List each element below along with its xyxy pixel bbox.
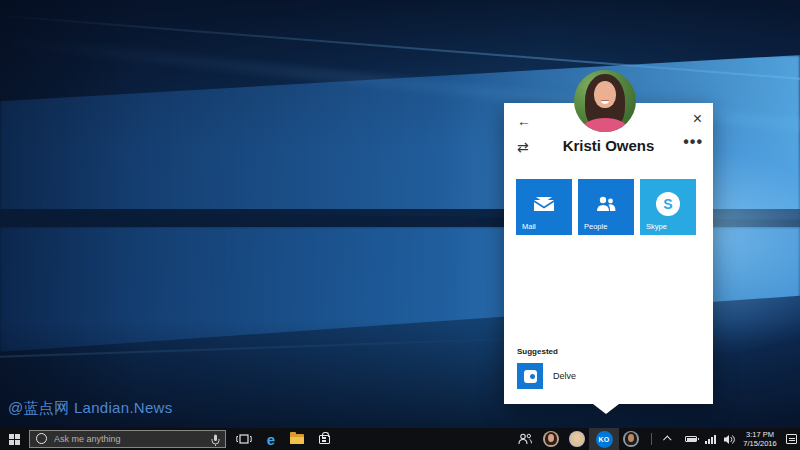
edge-icon: e [267,431,275,448]
chevron-up-icon [663,435,671,443]
cortana-search-box[interactable] [29,430,226,448]
taskbar-clock[interactable]: 3:17 PM 7/15/2016 [737,428,783,450]
contact-avatar [574,70,636,132]
my-people-taskbar-button[interactable] [512,428,538,450]
network-tray-button[interactable] [701,428,719,450]
store-button[interactable] [311,428,337,450]
battery-icon [685,436,697,442]
tray-separator [651,433,652,445]
speaker-icon [723,434,735,445]
search-input[interactable] [54,431,184,446]
microphone-icon[interactable] [211,433,220,450]
my-people-flyout: ← × ⇄ Kristi Owens ••• Mail [504,103,713,404]
mail-icon [516,189,572,219]
file-explorer-button[interactable] [284,428,310,450]
desktop-screen: @蓝点网 Landian.News ← × ⇄ Kristi Owens •••… [0,0,800,450]
suggested-header: Suggested [517,347,558,356]
watermark-text: @蓝点网 Landian.News [8,399,173,418]
store-bag-icon [319,435,330,444]
windows-logo-icon [9,434,20,445]
task-view-button[interactable] [231,428,257,450]
my-people-icon [518,433,532,445]
skype-tile[interactable]: S Skype [640,179,696,235]
suggested-item-delve[interactable]: Delve [517,363,697,391]
contact-3-avatar [623,431,639,447]
flyout-callout-arrow [593,404,619,414]
taskbar-contact-3[interactable] [618,428,644,450]
network-signal-icon [705,435,716,444]
taskbar-contact-kristi-owens-active[interactable]: KO [589,428,619,450]
taskbar: e [0,428,800,450]
close-icon[interactable]: × [693,109,702,129]
people-tile-label: People [584,222,607,231]
contact-name: Kristi Owens [504,137,713,154]
taskbar-contact-2[interactable] [564,428,590,450]
clock-date: 7/15/2016 [737,439,783,448]
skype-tile-label: Skype [646,222,667,231]
mail-tile-label: Mail [522,222,536,231]
cortana-icon [36,433,47,444]
suggested-item-label: Delve [553,371,576,381]
delve-icon [517,363,543,389]
kristi-owens-initials-badge: KO [596,431,613,448]
volume-tray-button[interactable] [720,428,738,450]
people-tile[interactable]: People [578,179,634,235]
folder-icon [290,434,304,444]
clock-time: 3:17 PM [737,430,783,439]
battery-tray-button[interactable] [681,428,701,450]
edge-browser-button[interactable]: e [258,428,284,450]
contact-1-avatar [543,431,559,447]
mail-tile[interactable]: Mail [516,179,572,235]
action-center-button[interactable] [783,428,800,450]
show-hidden-icons-button[interactable] [658,428,678,450]
task-view-icon [236,433,252,445]
skype-icon: S [640,189,696,219]
people-icon [578,189,634,219]
contact-2-avatar [569,431,585,447]
start-button[interactable] [0,428,28,450]
app-tiles: Mail People S Skype [516,179,696,235]
flyout-title-row: ⇄ Kristi Owens ••• [504,136,713,158]
more-options-icon[interactable]: ••• [683,132,703,152]
taskbar-contact-1[interactable] [538,428,564,450]
action-center-icon [786,434,797,444]
back-icon[interactable]: ← [517,111,531,131]
